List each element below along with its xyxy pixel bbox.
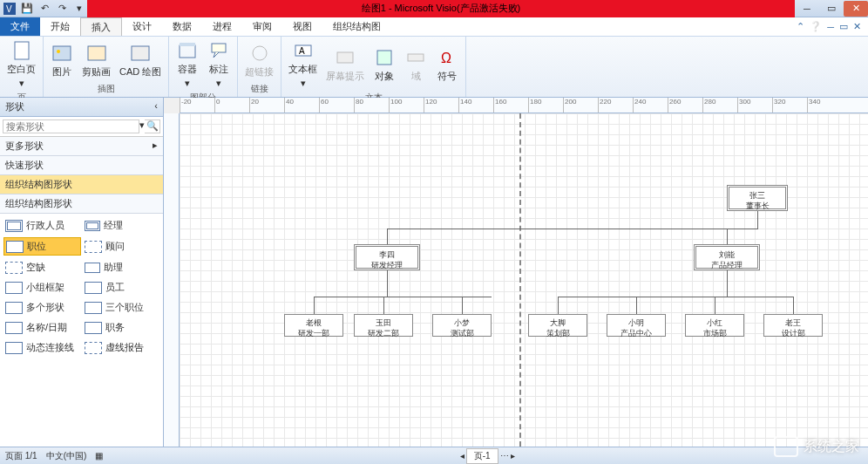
maximize-button[interactable]: ▭ — [819, 1, 844, 17]
shapes-cat-orgchart[interactable]: 组织结构图形状 — [0, 175, 163, 194]
shape-label: 空缺 — [26, 261, 45, 274]
shape-stencil-item[interactable]: 虚线报告 — [83, 339, 160, 356]
connector-line — [636, 297, 637, 314]
shapes-cat-more[interactable]: 更多形状▸ — [0, 137, 163, 156]
drawing-page[interactable]: 张三董事长李四研发经理刘能产品经理老根研发一部玉田研发二部小梦测试部大脚策划部小… — [180, 113, 868, 447]
shape-stencil-item[interactable]: 经理 — [83, 217, 160, 234]
shape-label: 多个形状 — [26, 301, 64, 314]
svg-text:Ω: Ω — [441, 51, 451, 65]
connector-line — [383, 297, 384, 314]
shape-stencil-item[interactable]: 空缺 — [3, 259, 81, 276]
org-node[interactable]: 小梦测试部 — [432, 314, 492, 337]
screentip-button: 屏幕提示 — [322, 38, 368, 91]
search-shapes-input[interactable] — [3, 119, 139, 133]
window-title: 绘图1 - Microsoft Visio(产品激活失败) — [87, 0, 795, 17]
ribbon-minimize-icon[interactable]: ⌃ — [797, 21, 804, 32]
object-button[interactable]: 对象 — [370, 38, 399, 91]
horizontal-ruler: -200204060801001201401601802002202402602… — [180, 98, 868, 113]
connector-line — [727, 270, 728, 297]
ribbon: 空白页▾ 页 图片 剪贴画 CAD 绘图 插图 容器▾ 标注▾ 图部分 超链接 … — [0, 37, 868, 98]
org-node[interactable]: 玉田研发二部 — [354, 314, 413, 337]
tab-review[interactable]: 审阅 — [242, 17, 282, 36]
shapes-cat-orgchart2[interactable]: 组织结构图形状 — [0, 194, 163, 214]
shape-stencil-item[interactable]: 三个职位 — [83, 299, 160, 316]
org-node[interactable]: 小明产品中心 — [607, 314, 666, 337]
qat-customize-icon[interactable]: ▾ — [71, 2, 87, 16]
doc-min-icon[interactable]: ─ — [827, 22, 834, 32]
org-node[interactable]: 大脚策划部 — [528, 314, 587, 337]
page-tab-next-icon[interactable]: ▸ — [511, 451, 515, 461]
tab-insert[interactable]: 插入 — [80, 17, 122, 36]
tab-home[interactable]: 开始 — [40, 17, 80, 36]
org-node[interactable]: 张三董事长 — [727, 185, 788, 211]
page-tab[interactable]: 页-1 — [466, 448, 498, 464]
org-node[interactable]: 老王设计部 — [763, 314, 823, 337]
visio-app-icon[interactable]: V — [2, 2, 17, 16]
svg-point-10 — [253, 46, 267, 60]
help-icon[interactable]: ❔ — [810, 21, 822, 32]
shape-label: 三个职位 — [105, 301, 144, 314]
shape-stencil-item[interactable]: 员工 — [83, 279, 160, 296]
language-indicator[interactable]: 中文(中国) — [46, 450, 87, 462]
shape-label: 职务 — [105, 321, 125, 334]
shape-label: 助理 — [104, 261, 123, 274]
org-node[interactable]: 小红市场部 — [685, 314, 744, 337]
shape-label: 行政人员 — [26, 219, 64, 232]
qat-save-icon[interactable]: 💾 — [19, 2, 35, 16]
org-node[interactable]: 老根研发一部 — [284, 314, 343, 337]
tab-file[interactable]: 文件 — [0, 17, 40, 36]
search-go-icon[interactable]: 🔍 — [145, 119, 160, 133]
shape-icon — [5, 342, 23, 354]
shape-stencil-item[interactable]: 动态连接线 — [3, 339, 81, 356]
textbox-button[interactable]: A文本框▾ — [285, 38, 321, 91]
shape-stencil-item[interactable]: 顾问 — [83, 237, 160, 256]
page-tab-prev-icon[interactable]: ◂ — [460, 451, 465, 461]
clipart-button[interactable]: 剪贴画 — [78, 38, 114, 82]
cad-button[interactable]: CAD 绘图 — [116, 38, 165, 82]
svg-rect-5 — [88, 46, 105, 60]
tab-process[interactable]: 进程 — [202, 17, 242, 36]
svg-rect-13 — [337, 52, 353, 63]
tab-design[interactable]: 设计 — [122, 17, 162, 36]
container-button[interactable]: 容器▾ — [173, 38, 202, 91]
macro-icon[interactable]: ▦ — [95, 451, 103, 461]
blank-page-button[interactable]: 空白页▾ — [3, 38, 39, 91]
minimize-button[interactable]: ─ — [795, 1, 819, 17]
shapes-collapse-icon[interactable]: ‹ — [154, 100, 158, 113]
svg-point-4 — [57, 50, 60, 53]
shape-stencil-item[interactable]: 职务 — [83, 319, 160, 336]
svg-rect-15 — [408, 54, 424, 61]
field-button: 域 — [401, 38, 431, 91]
doc-restore-icon[interactable]: ▭ — [839, 21, 848, 32]
tab-data[interactable]: 数据 — [162, 17, 202, 36]
connector-line — [558, 297, 559, 314]
symbol-button[interactable]: Ω符号 — [432, 38, 462, 91]
callout-button[interactable]: 标注▾ — [204, 38, 234, 91]
shape-label: 虚线报告 — [105, 341, 144, 354]
shape-stencil-item[interactable]: 行政人员 — [3, 217, 81, 234]
connector-line — [387, 229, 388, 244]
svg-rect-14 — [377, 51, 391, 65]
qat-redo-icon[interactable]: ↷ — [54, 2, 70, 16]
shape-icon — [5, 302, 23, 314]
shape-stencil-item[interactable]: 名称/日期 — [3, 319, 81, 336]
shape-stencil-item[interactable]: 小组框架 — [3, 279, 81, 296]
tab-orgchart[interactable]: 组织结构图 — [322, 17, 391, 36]
org-node[interactable]: 刘能产品经理 — [694, 244, 760, 270]
doc-close-icon[interactable]: ✕ — [853, 21, 861, 32]
shapes-cat-quick[interactable]: 快速形状 — [0, 156, 163, 175]
shape-icon — [85, 241, 102, 253]
qat-undo-icon[interactable]: ↶ — [37, 2, 52, 16]
shape-stencil-item[interactable]: 职位 — [3, 237, 81, 256]
shape-stencil-item[interactable]: 助理 — [83, 259, 160, 276]
org-node[interactable]: 李四研发经理 — [354, 244, 420, 270]
connector-line — [793, 297, 794, 314]
shape-stencil-item[interactable]: 多个形状 — [3, 299, 81, 316]
page-indicator[interactable]: 页面 1/1 — [5, 450, 37, 462]
close-button[interactable]: ✕ — [844, 1, 868, 17]
tab-view[interactable]: 视图 — [282, 17, 322, 36]
connector-line — [387, 270, 388, 297]
picture-button[interactable]: 图片 — [47, 38, 77, 82]
drawing-canvas[interactable]: -200204060801001201401601802002202402602… — [164, 98, 868, 447]
page-tab-add-icon[interactable]: ⋯ — [500, 451, 509, 461]
